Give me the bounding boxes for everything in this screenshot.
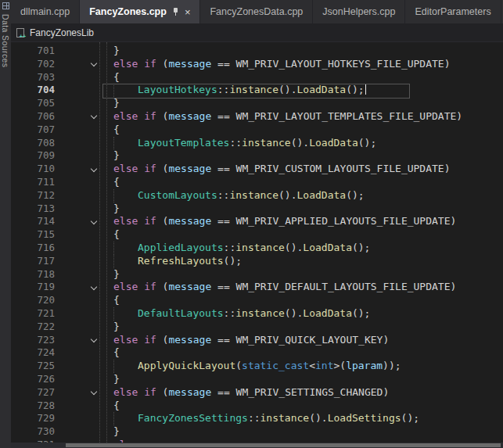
code-text[interactable]: { (100, 400, 503, 413)
code-text[interactable]: AppliedLayouts::instance().LoadData(); (100, 242, 503, 255)
code-line-726[interactable]: 726} (11, 373, 503, 386)
code-text[interactable]: } (100, 97, 503, 110)
code-line-704[interactable]: 704LayoutHotkeys::instance().LoadData(); (11, 84, 503, 97)
line-number[interactable]: 704 (11, 84, 55, 97)
fold-chevron-icon[interactable] (91, 336, 97, 342)
line-number[interactable]: 716 (11, 242, 55, 255)
code-text[interactable]: else if (message == WM_PRIV_SETTINGS_CHA… (100, 386, 503, 400)
code-text[interactable]: } (100, 149, 503, 163)
line-number[interactable]: 720 (11, 294, 55, 307)
line-number[interactable]: 703 (11, 71, 55, 84)
tool-tab-data-sources[interactable]: Data Sources (1, 14, 10, 67)
fold-chevron-icon[interactable] (91, 218, 97, 224)
line-number[interactable]: 705 (11, 97, 55, 110)
line-number[interactable]: 721 (11, 307, 55, 321)
line-number[interactable]: 711 (11, 176, 55, 189)
code-line-721[interactable]: 721DefaultLayouts::instance().LoadData()… (11, 307, 503, 321)
code-text[interactable]: { (100, 228, 503, 242)
line-number[interactable]: 709 (11, 149, 55, 163)
line-number[interactable]: 712 (11, 189, 55, 202)
fold-margin[interactable] (55, 334, 100, 347)
fold-margin[interactable] (55, 386, 100, 400)
code-text[interactable]: else if (message == WM_PRIV_LAYOUT_TEMPL… (100, 110, 503, 124)
code-line-724[interactable]: 724{ (11, 346, 503, 360)
code-line-727[interactable]: 727else if (message == WM_PRIV_SETTINGS_… (11, 386, 503, 400)
code-text[interactable]: RefreshLayouts(); (100, 255, 503, 268)
line-number[interactable]: 722 (11, 321, 55, 334)
tab-fancyzonesdata-cpp[interactable]: FancyZonesData.cpp (200, 0, 313, 23)
code-text[interactable]: { (100, 346, 503, 360)
code-text[interactable]: } (100, 373, 503, 386)
line-number[interactable]: 726 (11, 373, 55, 386)
line-number[interactable]: 710 (11, 163, 55, 176)
line-number[interactable]: 702 (11, 58, 55, 71)
data-sources-icon[interactable] (2, 2, 9, 9)
code-text[interactable]: else if (message == WM_PRIV_DEFAULT_LAYO… (100, 281, 503, 294)
code-line-719[interactable]: 719else if (message == WM_PRIV_DEFAULT_L… (11, 281, 503, 294)
line-number[interactable]: 713 (11, 202, 55, 216)
fold-chevron-icon[interactable] (91, 113, 97, 119)
code-text[interactable]: LayoutHotkeys::instance().LoadData(); (100, 84, 503, 97)
code-text[interactable]: } (100, 425, 503, 439)
code-text[interactable]: } (100, 45, 503, 58)
code-text[interactable]: CustomLayouts::instance().LoadData(); (100, 189, 503, 202)
code-text[interactable]: DefaultLayouts::instance().LoadData(); (100, 307, 503, 321)
line-number[interactable]: 723 (11, 334, 55, 347)
code-line-728[interactable]: 728{ (11, 400, 503, 413)
line-number[interactable]: 727 (11, 386, 55, 400)
fold-chevron-icon[interactable] (91, 165, 97, 171)
line-number[interactable]: 714 (11, 215, 55, 228)
code-line-706[interactable]: 706else if (message == WM_PRIV_LAYOUT_TE… (11, 110, 503, 124)
code-line-708[interactable]: 708LayoutTemplates::instance().LoadData(… (11, 137, 503, 150)
code-line-710[interactable]: 710else if (message == WM_PRIV_CUSTOM_LA… (11, 163, 503, 176)
code-text[interactable]: } (100, 321, 503, 334)
line-number[interactable]: 706 (11, 110, 55, 124)
fold-margin[interactable] (55, 58, 100, 71)
code-line-722[interactable]: 722} (11, 321, 503, 334)
horizontal-scrollbar[interactable] (11, 443, 503, 448)
line-number[interactable]: 701 (11, 45, 55, 58)
close-icon[interactable]: × (185, 7, 191, 17)
fold-margin[interactable] (55, 281, 100, 294)
code-line-723[interactable]: 723else if (message == WM_PRIV_QUICK_LAY… (11, 334, 503, 347)
line-number[interactable]: 725 (11, 360, 55, 373)
code-line-709[interactable]: 709} (11, 149, 503, 163)
tab-fancyzones-cpp[interactable]: FancyZones.cpp× (80, 0, 200, 23)
fold-chevron-icon[interactable] (91, 389, 97, 395)
fold-chevron-icon[interactable] (91, 60, 97, 66)
code-text[interactable]: else if (message == WM_PRIV_APPLIED_LAYO… (100, 215, 503, 228)
line-number[interactable]: 728 (11, 400, 55, 413)
code-line-711[interactable]: 711{ (11, 176, 503, 189)
code-line-730[interactable]: 730} (11, 425, 503, 439)
tab-editorparameters[interactable]: EditorParameters (405, 0, 501, 23)
code-line-702[interactable]: 702else if (message == WM_PRIV_LAYOUT_HO… (11, 58, 503, 71)
line-number[interactable]: 708 (11, 137, 55, 150)
code-line-717[interactable]: 717RefreshLayouts(); (11, 255, 503, 268)
code-line-714[interactable]: 714else if (message == WM_PRIV_APPLIED_L… (11, 215, 503, 228)
code-text[interactable]: { (100, 124, 503, 137)
code-editor[interactable]: 701}702else if (message == WM_PRIV_LAYOU… (11, 42, 503, 448)
pin-icon[interactable] (172, 7, 179, 17)
code-line-701[interactable]: 701} (11, 45, 503, 58)
line-number[interactable]: 719 (11, 281, 55, 294)
line-number[interactable]: 718 (11, 268, 55, 281)
line-number[interactable]: 724 (11, 346, 55, 360)
code-text[interactable]: } (100, 268, 503, 281)
code-line-712[interactable]: 712CustomLayouts::instance().LoadData(); (11, 189, 503, 202)
code-text[interactable]: else if (message == WM_PRIV_CUSTOM_LAYOU… (100, 163, 503, 176)
tab-jsonhelpers-cpp[interactable]: JsonHelpers.cpp (313, 0, 405, 23)
code-line-703[interactable]: 703{ (11, 71, 503, 84)
code-text[interactable]: } (100, 202, 503, 216)
fold-margin[interactable] (55, 215, 100, 228)
code-line-729[interactable]: 729FancyZonesSettings::instance().LoadSe… (11, 412, 503, 425)
code-line-715[interactable]: 715{ (11, 228, 503, 242)
line-number[interactable]: 729 (11, 412, 55, 425)
code-text[interactable]: { (100, 294, 503, 307)
code-line-720[interactable]: 720{ (11, 294, 503, 307)
line-number[interactable]: 730 (11, 425, 55, 439)
breadcrumb-project[interactable]: FancyZonesLib (30, 27, 94, 38)
code-text[interactable]: LayoutTemplates::instance().LoadData(); (100, 137, 503, 150)
fold-chevron-icon[interactable] (91, 283, 97, 289)
tab-dllmain-cpp[interactable]: dllmain.cpp (11, 0, 80, 23)
code-line-705[interactable]: 705} (11, 97, 503, 110)
